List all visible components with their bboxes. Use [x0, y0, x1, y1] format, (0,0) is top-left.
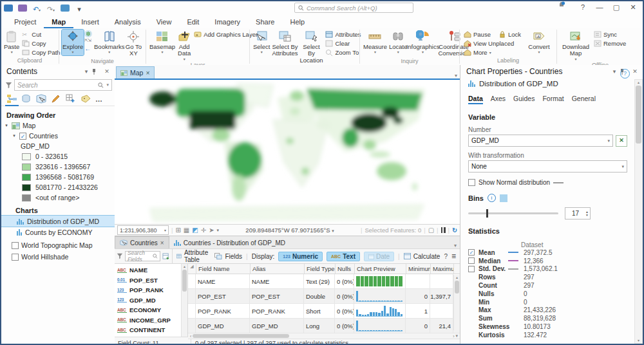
contents-search-input[interactable]: Search ▾: [14, 79, 112, 91]
chart-properties-tab-general[interactable]: General: [572, 95, 596, 104]
explore-button[interactable]: Explore▾: [62, 30, 84, 55]
remove-button[interactable]: Remove: [592, 39, 627, 48]
table-column-header[interactable]: Alias: [251, 264, 305, 274]
fields-scrollbar[interactable]: ▴: [181, 264, 187, 337]
bins-spinner[interactable]: 17 ▲▼: [565, 207, 591, 219]
basemap-button[interactable]: Basemap▾: [149, 30, 176, 55]
table-column-header[interactable]: Field Name: [196, 264, 251, 274]
add-data-button[interactable]: Add Data▾: [176, 30, 192, 62]
info-icon[interactable]: i: [488, 194, 496, 202]
chart-item-distribution[interactable]: Distribution of GDP_MD: [1, 216, 115, 227]
ribbon-tab-edit[interactable]: Edit: [179, 16, 207, 28]
bins-color-swatch[interactable]: [500, 194, 507, 202]
zoom-to-button[interactable]: Zoom To: [324, 48, 362, 57]
ribbon-tab-help[interactable]: Help: [282, 16, 312, 28]
paste-button[interactable]: Paste▾: [3, 30, 20, 55]
panel-menu-icon[interactable]: ▾: [81, 68, 91, 75]
chart-view-tab[interactable]: Countries - Distribution of GDP_MD: [169, 237, 290, 248]
cut-button[interactable]: ✂Cut: [21, 30, 61, 39]
ribbon-tab-project[interactable]: Project: [6, 16, 44, 28]
countries-visibility-checkbox[interactable]: ✓: [19, 133, 26, 140]
world-hillshade-checkbox[interactable]: [12, 254, 19, 261]
close-button[interactable]: ✕: [625, 1, 641, 13]
map-coordinates[interactable]: 209.8948475°W 67.9071565°S ▾: [222, 227, 358, 234]
help-button[interactable]: ?: [574, 1, 591, 13]
infographics-button[interactable]: Infographics▾: [409, 30, 437, 55]
display-date-toggle[interactable]: Date: [364, 252, 394, 261]
menu-icon[interactable]: ≡: [451, 252, 456, 261]
statistic-checkbox[interactable]: ✓: [468, 249, 475, 256]
field-list-item-continent[interactable]: ABC CONTINENT: [115, 325, 187, 335]
pin-icon[interactable]: [91, 68, 102, 75]
field-list-item-pop_est[interactable]: 0.01 POP_EST: [115, 275, 187, 286]
list-by-selection-icon[interactable]: [36, 94, 47, 104]
tab-list-chevron-icon[interactable]: ▾: [451, 243, 460, 248]
flicker-icon[interactable]: ◩: [192, 227, 198, 234]
new-field-icon[interactable]: [162, 253, 170, 260]
ribbon-tab-view[interactable]: View: [149, 16, 180, 28]
list-by-data-source-icon[interactable]: [21, 94, 32, 104]
countries-table-tab[interactable]: Countries ×: [115, 236, 169, 248]
more-options-icon[interactable]: …: [95, 95, 103, 103]
field-list-item-income_grp[interactable]: ABC INCOME_GRP: [115, 315, 187, 326]
close-tab-icon[interactable]: ×: [160, 239, 164, 247]
layer-countries[interactable]: ▾ ✓ Countries: [1, 131, 115, 141]
measure-button[interactable]: Measure▾: [363, 30, 388, 55]
map-canvas[interactable]: [115, 80, 460, 224]
pause-drawing-icon[interactable]: [441, 227, 446, 233]
number-field-select[interactable]: GDP_MD▾: [468, 135, 613, 147]
table-row-gdp_md[interactable]: GDP_MDGDP_MDLong 0 (0%) 021,4: [188, 319, 460, 333]
transformation-select[interactable]: None▾: [468, 160, 627, 172]
minimize-button[interactable]: —: [591, 1, 608, 13]
clear-button[interactable]: Clear: [324, 39, 362, 48]
download-map-button[interactable]: Download Map▾: [560, 30, 592, 62]
help-button[interactable]: ?: [444, 253, 448, 260]
tab-list-chevron-icon[interactable]: ▾: [452, 73, 460, 79]
refresh-icon[interactable]: ↻: [452, 227, 457, 234]
convert-labels-button[interactable]: A Convert▾: [525, 30, 553, 55]
chart-item-counts[interactable]: Counts by ECONOMY: [1, 227, 115, 238]
expander-icon[interactable]: ▾: [12, 133, 17, 138]
previous-extent-icon[interactable]: ←: [84, 46, 92, 53]
full-extent-icon[interactable]: [84, 30, 92, 37]
field-list-item-pop_rank[interactable]: 123 POP_RANK: [115, 285, 187, 295]
table-column-header[interactable]: Nulls: [336, 264, 355, 274]
list-by-drawing-order-icon[interactable]: [6, 94, 17, 104]
bookmarks-button[interactable]: Bookmarks▾: [95, 30, 124, 55]
table-row-pop_est[interactable]: POP_ESTPOP_ESTDouble 0 (0%) 01,397,7: [188, 289, 460, 304]
map-document-tab[interactable]: Map ×: [116, 66, 155, 79]
fields-view-button[interactable]: Fields: [214, 253, 242, 260]
grid-icon[interactable]: ▦: [184, 227, 189, 234]
close-tab-icon[interactable]: ×: [146, 69, 149, 77]
sync-button[interactable]: Sync: [592, 30, 627, 39]
ribbon-tab-imagery[interactable]: Imagery: [207, 16, 248, 28]
attribute-table-button[interactable]: Attribute Table: [176, 249, 211, 263]
copy-button[interactable]: Copy: [21, 39, 61, 48]
ribbon-tab-analysis[interactable]: Analysis: [107, 16, 149, 28]
list-by-snapping-icon[interactable]: [66, 94, 77, 104]
close-panel-icon[interactable]: ✕: [630, 68, 640, 75]
close-panel-icon[interactable]: ✕: [102, 68, 112, 75]
select-by-location-button[interactable]: Select By Location: [299, 30, 324, 64]
calculate-button[interactable]: Calculate: [404, 253, 440, 260]
locate-button[interactable]: Locate▾: [388, 30, 408, 55]
display-numeric-toggle[interactable]: 123 Numeric: [278, 252, 323, 261]
new-item-icon[interactable]: [60, 5, 70, 14]
layer-map[interactable]: ▾ Map: [1, 120, 115, 131]
set-expression-button[interactable]: ✕: [616, 135, 627, 147]
table-column-header[interactable]: Field Type: [305, 264, 336, 274]
save-project-icon[interactable]: [17, 5, 28, 14]
selection-box-icon[interactable]: ▢: [428, 227, 434, 234]
field-list-item-name[interactable]: ABC NAME: [115, 265, 187, 275]
select-button[interactable]: Select▾: [252, 30, 270, 55]
list-by-editing-icon[interactable]: [51, 94, 62, 104]
attributes-button[interactable]: Attributes: [324, 30, 362, 39]
search-fields-input[interactable]: Search Fields: [125, 251, 160, 261]
chart-properties-tab-guides[interactable]: Guides: [513, 95, 535, 104]
ribbon-tab-share[interactable]: Share: [248, 16, 282, 28]
crosshair-icon[interactable]: ✛: [201, 227, 206, 234]
north-arrow-icon[interactable]: ➤: [209, 227, 214, 234]
statistic-checkbox[interactable]: [468, 266, 475, 272]
table-row-pop_rank[interactable]: POP_RANKPOP_RANKShort 0 (0%) 1: [188, 304, 460, 319]
layer-world-hillshade[interactable]: World Hillshade: [1, 252, 115, 262]
